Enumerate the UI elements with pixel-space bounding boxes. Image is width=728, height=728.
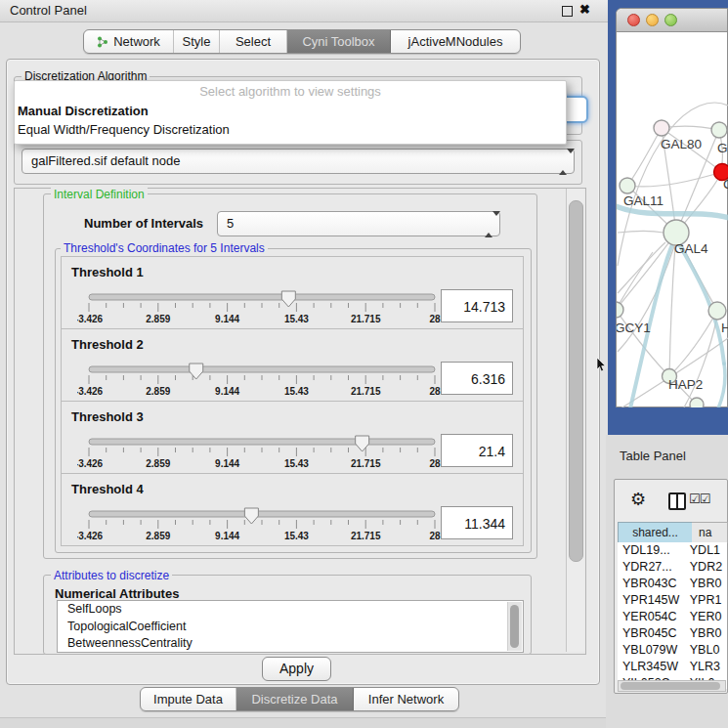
tab-cyni-toolbox[interactable]: Cyni Toolbox	[287, 30, 391, 53]
float-window-icon[interactable]	[562, 6, 573, 17]
svg-text:9.144: 9.144	[215, 386, 239, 397]
tab-infer-network[interactable]: Infer Network	[354, 688, 458, 710]
table-cell-name[interactable]: YLR3	[690, 659, 727, 675]
svg-text:GAL4: GAL4	[674, 241, 708, 256]
attribute-items: SelfLoopsTopologicalCoefficientBetweenne…	[58, 601, 523, 653]
svg-text:21.715: 21.715	[351, 531, 381, 541]
table-row[interactable]: YBR045CYBR0	[618, 625, 727, 642]
tab-network[interactable]: Network	[84, 30, 174, 53]
apply-button[interactable]: Apply	[262, 657, 331, 681]
window-bottom-strip	[0, 717, 608, 728]
threshold-2-value-field[interactable]: 6.316	[441, 362, 513, 395]
table-cell-shared-name[interactable]: YBR045C	[618, 625, 690, 642]
attribute-item[interactable]: SelfLoops	[58, 601, 523, 619]
table-h-scrollbar-thumb[interactable]	[621, 682, 720, 690]
threshold-3-value-field[interactable]: 21.4	[441, 434, 513, 467]
num-intervals-spinner[interactable]: 5	[217, 211, 500, 236]
algorithm-dropdown-popup: Select algorithm to view settings Manual…	[14, 80, 567, 145]
columns-icon[interactable]	[668, 492, 686, 510]
algorithm-option-manual[interactable]: Manual Discretization	[15, 102, 566, 120]
table-cell-name[interactable]: YDR2	[690, 559, 727, 576]
top-tab-bar: Network Style Select Cyni Toolbox jActiv…	[83, 29, 521, 54]
threshold-4-value-field[interactable]: 11.344	[441, 506, 513, 539]
attribute-item[interactable]: BetweennessCentrality	[58, 635, 523, 653]
columns-icon-divider	[676, 494, 678, 508]
table-cell-name[interactable]: YBL0	[690, 642, 727, 659]
network-graph-canvas[interactable]: GAL80GCGAL11GAL4GCY1HHAP2	[617, 30, 728, 407]
svg-text:C: C	[723, 177, 728, 192]
table-cell-shared-name[interactable]: YBR043C	[618, 576, 690, 592]
settings-scrollbar-thumb[interactable]	[569, 200, 583, 562]
gear-icon[interactable]: ⚙	[630, 489, 646, 510]
threshold-row-1: Threshold 1 -3.4262.8599.14415.4321.7152…	[61, 256, 524, 329]
svg-text:28: 28	[429, 386, 441, 397]
attribute-list-scrollbar[interactable]	[507, 602, 522, 651]
table-cell-name[interactable]: YDL1	[690, 542, 727, 559]
table-data-combo[interactable]: galFiltered.sif default node	[21, 149, 575, 174]
spinner-arrows-icon	[485, 216, 493, 234]
tab-impute-data[interactable]: Impute Data	[141, 688, 236, 710]
table-rows[interactable]: YDL19...YDL1YDR27...YDR2YBR043CYBR0YPR14…	[618, 542, 727, 689]
interval-definition-label: Interval Definition	[51, 188, 148, 201]
svg-text:15.43: 15.43	[284, 458, 309, 469]
screen: Control Panel ✖ Network Style Select Cyn…	[0, 0, 728, 728]
svg-text:2.859: 2.859	[146, 531, 170, 541]
table-cell-shared-name[interactable]: YDR27...	[618, 559, 690, 576]
attribute-list-scrollbar-thumb[interactable]	[510, 605, 519, 648]
combo-arrows-icon	[559, 153, 568, 171]
table-header-name[interactable]: na	[692, 522, 728, 543]
svg-text:28: 28	[429, 458, 441, 469]
table-row[interactable]: YBR043CYBR0	[618, 576, 727, 592]
table-cell-name[interactable]: YBR0	[690, 625, 727, 642]
svg-text:9.144: 9.144	[215, 314, 239, 324]
table-cell-shared-name[interactable]: YPR145W	[618, 592, 690, 609]
zoom-traffic-light[interactable]	[664, 14, 677, 26]
table-h-scrollbar[interactable]	[618, 680, 726, 692]
svg-text:21.715: 21.715	[351, 458, 381, 469]
svg-text:15.43: 15.43	[284, 314, 309, 324]
table-cell-shared-name[interactable]: YER054C	[618, 609, 690, 625]
svg-text:H: H	[721, 321, 728, 335]
svg-text:-3.426: -3.426	[77, 314, 104, 324]
table-cell-shared-name[interactable]: YLR345W	[618, 659, 690, 675]
table-row[interactable]: YER054CYER0	[618, 609, 727, 625]
table-cell-name[interactable]: YPR1	[690, 592, 727, 609]
algorithm-hint-option: Select algorithm to view settings	[15, 81, 566, 102]
table-row[interactable]: YPR145WYPR1	[618, 592, 727, 609]
attributes-group-label: Attributes to discretize	[51, 569, 172, 582]
svg-text:-3.426: -3.426	[77, 458, 104, 469]
svg-text:2.859: 2.859	[146, 386, 170, 397]
svg-text:28: 28	[429, 314, 441, 324]
table-cell-name[interactable]: YBR0	[690, 576, 727, 592]
tab-jactivemnodules[interactable]: jActiveMNodules	[391, 30, 520, 53]
svg-text:15.43: 15.43	[284, 386, 309, 397]
tab-select[interactable]: Select	[220, 30, 287, 53]
tab-style[interactable]: Style	[174, 30, 220, 53]
svg-text:-3.426: -3.426	[77, 531, 104, 541]
svg-text:HAP2: HAP2	[668, 377, 703, 392]
minimize-traffic-light[interactable]	[646, 14, 659, 26]
network-window-titlebar	[617, 9, 727, 32]
table-cell-name[interactable]: YER0	[690, 609, 727, 625]
svg-text:21.715: 21.715	[351, 386, 381, 397]
table-cell-shared-name[interactable]: YDL19...	[618, 542, 690, 559]
close-traffic-light[interactable]	[627, 14, 640, 26]
table-header-shared-name[interactable]: shared...	[618, 522, 693, 543]
threshold-1-value-field[interactable]: 14.713	[441, 289, 513, 322]
svg-text:GCY1: GCY1	[617, 321, 651, 335]
attribute-item[interactable]: TopologicalCoefficient	[58, 619, 523, 636]
table-row[interactable]: YDL19...YDL1	[618, 542, 727, 559]
table-data-combo-value: galFiltered.sif default node	[31, 150, 180, 173]
table-row[interactable]: YDR27...YDR2	[618, 559, 727, 576]
table-row[interactable]: YBL079WYBL0	[618, 642, 727, 659]
tab-discretize-data[interactable]: Discretize Data	[236, 688, 354, 710]
table-cell-shared-name[interactable]: YBL079W	[618, 642, 690, 659]
algorithm-option-equal-width[interactable]: Equal Width/Frequency Discretization	[15, 120, 566, 139]
svg-text:G: G	[717, 141, 728, 155]
close-icon[interactable]: ✖	[579, 2, 590, 17]
settings-scrollbar[interactable]	[566, 189, 584, 652]
table-row[interactable]: YLR345WYLR3	[618, 659, 727, 675]
num-intervals-label: Number of Intervals	[84, 216, 203, 231]
checkbox-icons[interactable]: ☑☑	[689, 492, 709, 506]
svg-text:28: 28	[429, 531, 441, 541]
